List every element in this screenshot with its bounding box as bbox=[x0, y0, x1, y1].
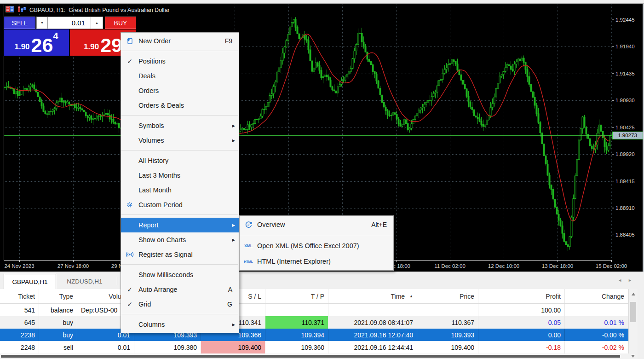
column-header-label: Price bbox=[460, 293, 474, 300]
menu-item-last-month[interactable]: Last Month bbox=[121, 183, 239, 197]
menu-item-show-on-charts[interactable]: Show on Charts▶ bbox=[121, 232, 239, 247]
scroll-down-icon[interactable] bbox=[631, 355, 635, 358]
scroll-up-icon[interactable] bbox=[632, 293, 635, 295]
sort-asc-icon: ▲ bbox=[409, 294, 413, 298]
cell-profit: 100.00 bbox=[478, 304, 565, 316]
table-row-ticket-2248[interactable]: 2248sell0.01109.380109.400109.3602021.09… bbox=[0, 341, 628, 353]
menu-item-label: Symbols bbox=[138, 122, 239, 129]
menu-item-deals[interactable]: Deals bbox=[121, 69, 239, 83]
menu-item-orders[interactable]: Orders bbox=[121, 83, 239, 98]
svg-text:13 Dec 18:00: 13 Dec 18:00 bbox=[542, 263, 573, 269]
table-row-ticket-541[interactable]: 541balanceDep:USD-00100.00 bbox=[0, 304, 628, 316]
table-row-ticket-2238[interactable]: 2238buy0.01109.393109.366109.3942021.09.… bbox=[0, 329, 628, 341]
mt5-window: 1.924451.919401.914351.909301.904251.899… bbox=[0, 0, 644, 359]
menu-item-report[interactable]: Report▶ bbox=[121, 218, 239, 232]
menu-item-orders-deals[interactable]: Orders & Deals bbox=[121, 98, 239, 113]
cell-price: 109.400 bbox=[417, 341, 478, 353]
volume-input[interactable]: 0.01 bbox=[48, 17, 91, 29]
menu-item-custom-period[interactable]: Custom Period bbox=[121, 197, 239, 212]
price-axis[interactable]: 1.924451.919401.914351.909301.904251.899… bbox=[612, 17, 643, 237]
sell-price-box[interactable]: 1.90 26 4 bbox=[4, 29, 69, 56]
menu-item-register-as-signal[interactable]: Register as Signal bbox=[121, 247, 239, 262]
menu-item-label: Orders bbox=[138, 87, 239, 94]
column-header-label: T / P bbox=[311, 293, 324, 300]
menu-separator bbox=[121, 214, 238, 215]
menu-item-show-milliseconds[interactable]: Show Milliseconds bbox=[121, 267, 239, 282]
menu-item-new-order[interactable]: New OrderF9 bbox=[121, 34, 239, 48]
column-header-label: Change bbox=[602, 293, 624, 300]
column-header-type[interactable]: Type bbox=[39, 289, 77, 303]
menu-separator bbox=[121, 264, 238, 265]
vertical-scroll-thumb[interactable] bbox=[630, 302, 636, 322]
tab-scroll-right-icon[interactable]: ► bbox=[628, 278, 632, 283]
menu-item-grid[interactable]: ✓GridG bbox=[121, 297, 239, 312]
tab-gbpaud-h1[interactable]: GBPAUD,H1 bbox=[4, 274, 56, 289]
buy-price-big: 29 bbox=[100, 37, 122, 53]
column-header-time[interactable]: Time▲ bbox=[328, 289, 417, 303]
horizontal-scroll-thumb[interactable] bbox=[1, 355, 620, 358]
svg-text:15 Dec 02:00: 15 Dec 02:00 bbox=[596, 263, 627, 269]
gear-icon bbox=[126, 201, 133, 208]
buy-button[interactable]: BUY bbox=[105, 17, 136, 29]
cell-ticket: 2248 bbox=[0, 341, 39, 353]
menu-item-overview[interactable]: OverviewAlt+E bbox=[240, 217, 393, 232]
menu-item-all-history[interactable]: All History bbox=[121, 153, 239, 168]
svg-text:1.91435: 1.91435 bbox=[615, 71, 635, 76]
submenu-arrow-icon: ▶ bbox=[232, 238, 235, 242]
tab-divider bbox=[117, 277, 117, 285]
cell-type: sell bbox=[39, 341, 77, 353]
svg-text:1.92445: 1.92445 bbox=[615, 17, 635, 23]
horizontal-scrollbar[interactable] bbox=[0, 353, 628, 359]
menu-item-label: Show Milliseconds bbox=[138, 271, 239, 278]
signal-icon bbox=[126, 251, 134, 258]
column-header-ticket[interactable]: Ticket bbox=[0, 289, 39, 303]
column-header-change[interactable]: Change bbox=[565, 289, 628, 303]
cell-t-p: 110.371 bbox=[265, 316, 328, 329]
menu-item-volumes[interactable]: Volumes▶ bbox=[121, 133, 239, 148]
menu-separator bbox=[121, 51, 238, 51]
menu-item-auto-arrange[interactable]: ✓Auto ArrangeA bbox=[121, 282, 239, 297]
column-header-label: Profit bbox=[546, 293, 561, 300]
volume-increase-button[interactable]: ▲ bbox=[91, 17, 103, 29]
menu-item-label: Open XML (MS Office Excel 2007) bbox=[257, 242, 393, 249]
checkmark-icon: ✓ bbox=[121, 58, 138, 65]
cell-t-p: 109.394 bbox=[265, 329, 328, 341]
svg-text:1.90273: 1.90273 bbox=[618, 133, 637, 138]
menu-item-last-3-months[interactable]: Last 3 Months bbox=[121, 168, 239, 183]
cell-time bbox=[328, 304, 417, 316]
tab-scroll-left-icon[interactable]: ◄ bbox=[618, 278, 622, 283]
cell-type: buy bbox=[39, 316, 77, 329]
column-header-profit[interactable]: Profit bbox=[478, 289, 565, 303]
menu-item-shortcut: Alt+E bbox=[371, 221, 393, 228]
volume-dropdown-button[interactable]: ▼ bbox=[36, 17, 48, 29]
tab-nzdusd-h1[interactable]: NZDUSD,H1 bbox=[57, 274, 112, 289]
chart-title-bar: GBPAUD, H1: Great British Pound vs Austr… bbox=[6, 6, 170, 15]
column-header-label: S / L bbox=[248, 293, 261, 300]
column-header-t-p[interactable]: T / P bbox=[265, 289, 328, 303]
overview-report-icon bbox=[245, 221, 253, 228]
svg-text:27 Nov 18:00: 27 Nov 18:00 bbox=[58, 263, 89, 269]
menu-item-open-xml-ms-office-excel-2007[interactable]: XMLOpen XML (MS Office Excel 2007) bbox=[240, 238, 393, 254]
menu-item-label: Volumes bbox=[138, 137, 239, 144]
vertical-scrollbar[interactable] bbox=[628, 289, 638, 353]
checkmark-icon: ✓ bbox=[121, 301, 138, 308]
cell-time: 2021.09.16 12:44:41 bbox=[328, 341, 417, 353]
table-header-row: TicketTypeVolumeS / LT / PTime▲PriceProf… bbox=[0, 289, 628, 304]
column-header-price[interactable]: Price bbox=[417, 289, 478, 303]
chart-title: GBPAUD, H1: Great British Pound vs Austr… bbox=[29, 7, 170, 13]
cell-change: -0.00 % bbox=[565, 329, 628, 341]
menu-item-html-internet-explorer[interactable]: HTMLHTML (Internet Explorer) bbox=[240, 254, 393, 269]
sell-button[interactable]: SELL bbox=[4, 17, 35, 29]
cell-time: 2021.09.08 08:41:07 bbox=[328, 316, 417, 329]
menu-item-shortcut: A bbox=[228, 286, 239, 293]
column-header-label: Type bbox=[59, 293, 73, 300]
menu-item-symbols[interactable]: Symbols▶ bbox=[121, 118, 239, 133]
cell-col3: 109.380 bbox=[134, 341, 201, 353]
menu-item-columns[interactable]: Columns▶ bbox=[121, 317, 239, 332]
menu-item-positions[interactable]: ✓Positions bbox=[121, 54, 239, 69]
buy-price-prefix: 1.90 bbox=[84, 42, 99, 52]
table-row-ticket-645[interactable]: 645buy110.341110.3712021.09.08 08:41:071… bbox=[0, 316, 628, 329]
scroll-corner bbox=[628, 353, 638, 359]
cell-time: 2021.09.16 12:07:40 bbox=[328, 329, 417, 341]
cell-change: -0.02 % bbox=[565, 341, 628, 353]
